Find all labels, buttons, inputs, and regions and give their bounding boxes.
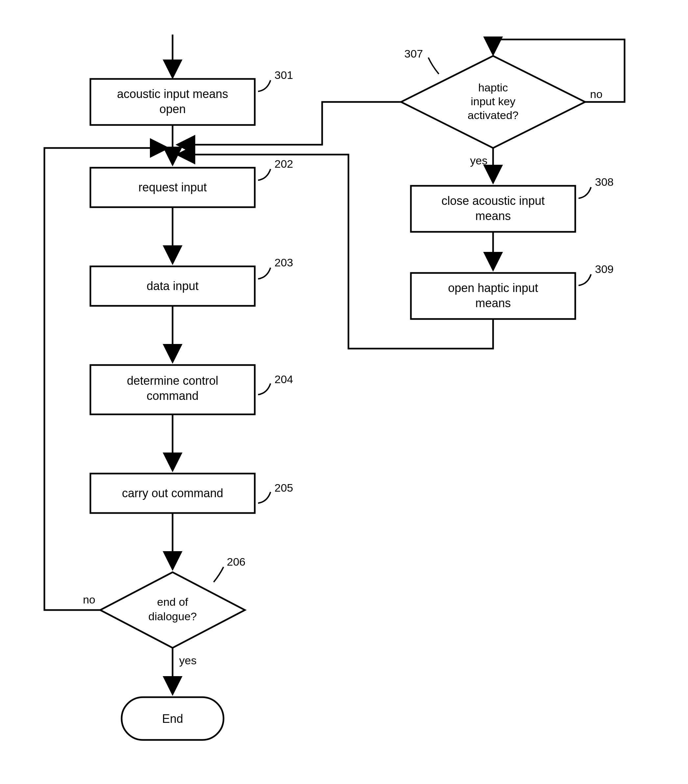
label-206-no: no xyxy=(83,593,95,606)
svg-text:301: 301 xyxy=(274,69,293,81)
ref-206: 206 xyxy=(213,555,246,582)
node-determine-control-command: determine control command xyxy=(90,365,255,414)
ref-202: 202 xyxy=(258,158,293,180)
decision-end-of-dialogue: end of dialogue? xyxy=(100,572,245,648)
node-309-line2: means xyxy=(475,296,511,310)
node-end-label: End xyxy=(162,712,183,725)
node-205-line1: carry out command xyxy=(122,486,223,500)
node-309-line1: open haptic input xyxy=(448,281,538,295)
decision-206-line1: end of xyxy=(157,596,188,608)
svg-rect-0 xyxy=(90,79,255,125)
svg-text:206: 206 xyxy=(227,555,246,568)
ref-203: 203 xyxy=(258,256,293,279)
svg-rect-18 xyxy=(411,273,575,319)
ref-308: 308 xyxy=(578,176,614,198)
node-204-line1: determine control xyxy=(127,374,218,387)
node-close-acoustic-input: close acoustic input means xyxy=(411,186,575,232)
decision-307-line2: input key xyxy=(471,95,516,107)
svg-text:308: 308 xyxy=(595,176,614,188)
svg-text:204: 204 xyxy=(274,373,293,385)
ref-205: 205 xyxy=(258,481,293,503)
svg-text:203: 203 xyxy=(274,256,293,268)
svg-rect-15 xyxy=(411,186,575,232)
node-request-input: request input xyxy=(90,168,255,207)
node-301-line2: open xyxy=(159,102,186,116)
svg-text:202: 202 xyxy=(274,158,293,170)
node-end: End xyxy=(122,697,223,740)
node-data-input: data input xyxy=(90,266,255,306)
node-204-line2: command xyxy=(146,389,199,402)
svg-text:309: 309 xyxy=(595,263,614,275)
node-301-line1: acoustic input means xyxy=(117,87,228,100)
label-307-yes: yes xyxy=(470,154,488,167)
node-acoustic-input-open: acoustic input means open xyxy=(90,79,255,125)
node-308-line1: close acoustic input xyxy=(442,194,545,208)
label-206-yes: yes xyxy=(179,654,197,667)
svg-text:307: 307 xyxy=(404,47,423,60)
decision-307-line3: activated? xyxy=(468,109,519,121)
ref-309: 309 xyxy=(578,263,614,285)
ref-301: 301 xyxy=(258,69,293,91)
label-307-no: no xyxy=(590,88,603,100)
ref-307: 307 xyxy=(404,47,439,74)
node-carry-out-command: carry out command xyxy=(90,474,255,513)
node-open-haptic-input: open haptic input means xyxy=(411,273,575,319)
node-203-line1: data input xyxy=(146,279,199,293)
flowchart-canvas: acoustic input means open 301 request in… xyxy=(0,0,688,784)
decision-haptic-input-key: haptic input key activated? xyxy=(401,56,585,148)
decision-307-line1: haptic xyxy=(478,81,508,94)
node-308-line2: means xyxy=(475,209,511,222)
decision-206-line2: dialogue? xyxy=(148,610,197,623)
node-202-line1: request input xyxy=(138,181,207,194)
svg-text:205: 205 xyxy=(274,481,293,494)
ref-204: 204 xyxy=(258,373,293,395)
